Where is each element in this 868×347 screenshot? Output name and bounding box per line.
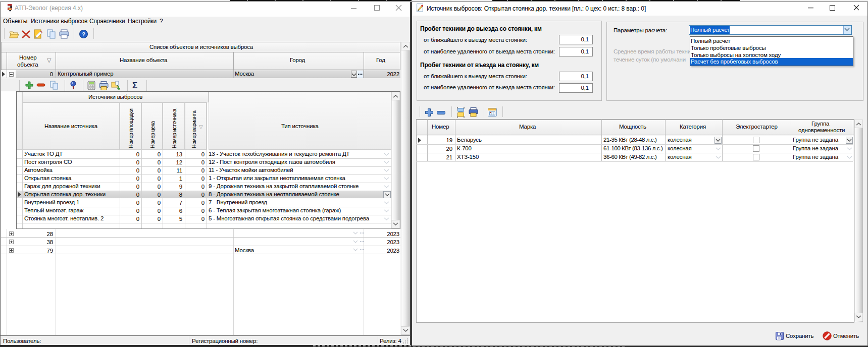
svg-text:?: ? — [82, 31, 85, 37]
